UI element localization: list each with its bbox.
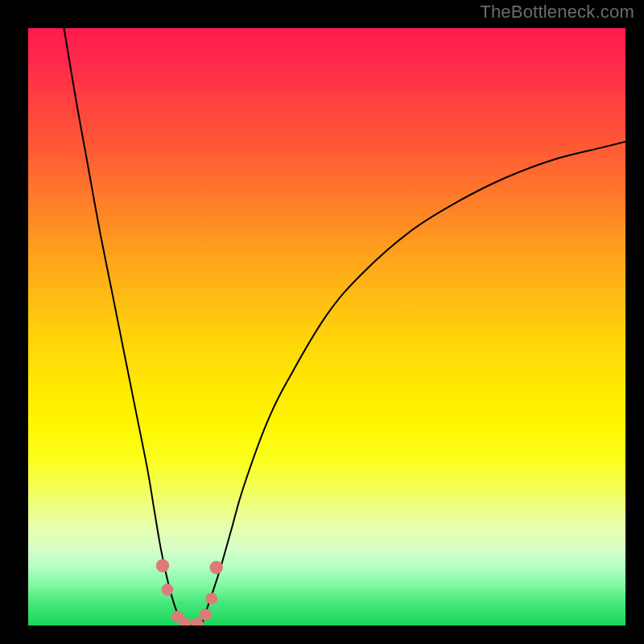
data-marker (205, 592, 217, 605)
right-curve-path (201, 142, 625, 625)
data-marker (162, 584, 174, 596)
data-marker (156, 559, 169, 572)
chart-svg (28, 28, 625, 625)
watermark-text: TheBottleneck.com (480, 2, 634, 23)
data-marker (210, 561, 223, 574)
plot-area (28, 28, 625, 625)
left-curve-path (64, 28, 184, 625)
outer-frame: TheBottleneck.com (0, 0, 644, 644)
data-marker (200, 609, 212, 621)
